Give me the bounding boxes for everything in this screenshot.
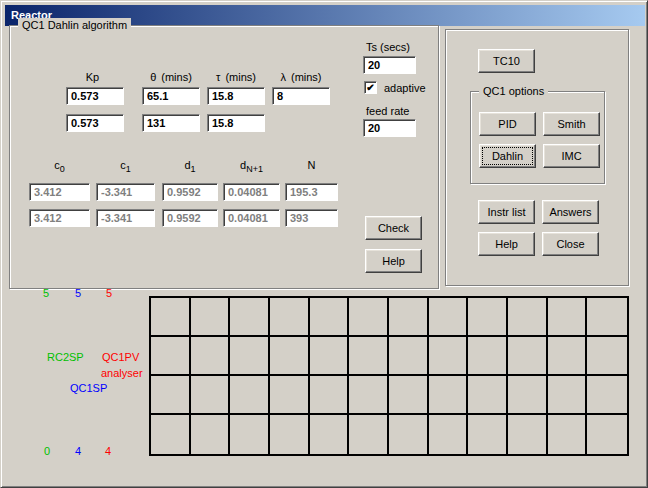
theta-field-2[interactable] bbox=[142, 114, 200, 132]
kp-label: Kp bbox=[66, 71, 124, 83]
grid-cell bbox=[349, 376, 389, 415]
pid-button[interactable]: PID bbox=[479, 112, 536, 136]
qc1-options-caption: QC1 options bbox=[479, 84, 548, 98]
reactor-window: Reactor QC1 Dahlin algorithm Kp θ(mins) … bbox=[0, 0, 648, 488]
series-label-qc1sp: QC1SP bbox=[70, 382, 107, 394]
feed-rate-label: feed rate bbox=[366, 105, 409, 117]
grid-cell bbox=[270, 298, 310, 337]
n-label: N bbox=[285, 159, 338, 171]
smith-button[interactable]: Smith bbox=[543, 112, 600, 136]
grid-cell bbox=[508, 415, 548, 454]
grid-cell bbox=[587, 415, 627, 454]
grid-cell bbox=[508, 337, 548, 376]
feed-rate-field[interactable] bbox=[363, 119, 416, 137]
ts-label: Ts (secs) bbox=[366, 41, 410, 53]
dahlin-group: QC1 Dahlin algorithm Kp θ(mins) τ(mins) … bbox=[9, 25, 439, 289]
panel-help-button[interactable]: Help bbox=[478, 232, 535, 256]
grid-cell bbox=[230, 298, 270, 337]
grid-cell bbox=[191, 298, 231, 337]
grid-cell bbox=[429, 337, 469, 376]
series-label-analyser: analyser bbox=[101, 367, 143, 379]
scale-top-rc2sp: 5 bbox=[43, 287, 49, 299]
d1-field-2 bbox=[162, 209, 218, 227]
lambda-field-1[interactable] bbox=[272, 87, 330, 105]
grid-cell bbox=[389, 376, 429, 415]
scale-top-qc1pv: 5 bbox=[106, 287, 112, 299]
adaptive-checkbox[interactable]: ✔ bbox=[364, 81, 377, 94]
grid-cell bbox=[270, 415, 310, 454]
adaptive-label: adaptive bbox=[384, 82, 426, 94]
check-button[interactable]: Check bbox=[365, 216, 422, 240]
grid-cell bbox=[587, 298, 627, 337]
dn1-label: dN+1 bbox=[223, 159, 280, 171]
grid-cell bbox=[310, 337, 350, 376]
grid-cell bbox=[151, 337, 191, 376]
series-label-rc2sp: RC2SP bbox=[47, 351, 84, 363]
qc1-options-group: QC1 options PID Smith Dahlin IMC bbox=[470, 91, 605, 184]
tau-field-2[interactable] bbox=[207, 114, 265, 132]
c0-field-1 bbox=[29, 183, 90, 201]
grid-cell bbox=[508, 376, 548, 415]
grid-cell bbox=[310, 376, 350, 415]
n-field-1 bbox=[285, 183, 338, 201]
grid-cell bbox=[310, 298, 350, 337]
grid-cell bbox=[429, 376, 469, 415]
grid-cell bbox=[389, 415, 429, 454]
c0-field-2 bbox=[29, 209, 90, 227]
grid-cell bbox=[270, 337, 310, 376]
grid-cell bbox=[151, 415, 191, 454]
checkmark-icon: ✔ bbox=[366, 82, 374, 93]
c1-field-2 bbox=[96, 209, 155, 227]
dahlin-button[interactable]: Dahlin bbox=[479, 144, 536, 168]
tc10-button[interactable]: TC10 bbox=[478, 49, 535, 73]
grid-cell bbox=[548, 337, 588, 376]
kp-field-1[interactable] bbox=[66, 87, 124, 105]
grid-cell bbox=[508, 298, 548, 337]
grid-cell bbox=[270, 376, 310, 415]
grid-cell bbox=[191, 415, 231, 454]
scale-bottom-qc1sp: 4 bbox=[75, 445, 81, 457]
n-field-2 bbox=[285, 209, 338, 227]
grid-cell bbox=[191, 376, 231, 415]
grid-cell bbox=[548, 376, 588, 415]
ts-field[interactable] bbox=[363, 56, 416, 74]
right-panel-frame: TC10 QC1 options PID Smith Dahlin IMC In… bbox=[445, 29, 629, 286]
grid-cell bbox=[191, 337, 231, 376]
answers-button[interactable]: Answers bbox=[542, 200, 599, 224]
grid-cell bbox=[230, 337, 270, 376]
grid-cell bbox=[468, 376, 508, 415]
grid-cell bbox=[468, 415, 508, 454]
close-button[interactable]: Close bbox=[542, 232, 599, 256]
imc-button[interactable]: IMC bbox=[543, 144, 600, 168]
dn1-field-2 bbox=[223, 209, 280, 227]
tau-label: τ(mins) bbox=[201, 71, 271, 83]
grid-cell bbox=[429, 415, 469, 454]
series-label-qc1pv: QC1PV bbox=[102, 351, 139, 363]
tau-field-1[interactable] bbox=[207, 87, 265, 105]
d1-label: d1 bbox=[162, 159, 218, 171]
scale-top-qc1sp: 5 bbox=[75, 287, 81, 299]
scale-bottom-qc1pv: 4 bbox=[105, 445, 111, 457]
scale-bottom-rc2sp: 0 bbox=[44, 445, 50, 457]
grid-cell bbox=[230, 376, 270, 415]
grid-cell bbox=[151, 376, 191, 415]
grid-cell bbox=[587, 376, 627, 415]
grid-cell bbox=[468, 298, 508, 337]
grid-cell bbox=[349, 415, 389, 454]
dahlin-help-button[interactable]: Help bbox=[365, 249, 422, 273]
theta-label: θ(mins) bbox=[136, 71, 206, 83]
grid-cell bbox=[151, 298, 191, 337]
d1-field-1 bbox=[162, 183, 218, 201]
grid-cell bbox=[349, 298, 389, 337]
grid-cell bbox=[548, 415, 588, 454]
grid-cell bbox=[468, 337, 508, 376]
c1-field-1 bbox=[96, 183, 155, 201]
grid-cell bbox=[587, 337, 627, 376]
theta-field-1[interactable] bbox=[142, 87, 200, 105]
trend-chart-grid bbox=[149, 296, 629, 456]
kp-field-2[interactable] bbox=[66, 114, 124, 132]
instr-list-button[interactable]: Instr list bbox=[478, 200, 535, 224]
grid-cell bbox=[429, 298, 469, 337]
c1-label: c1 bbox=[96, 159, 155, 171]
dahlin-group-caption: QC1 Dahlin algorithm bbox=[18, 18, 131, 32]
